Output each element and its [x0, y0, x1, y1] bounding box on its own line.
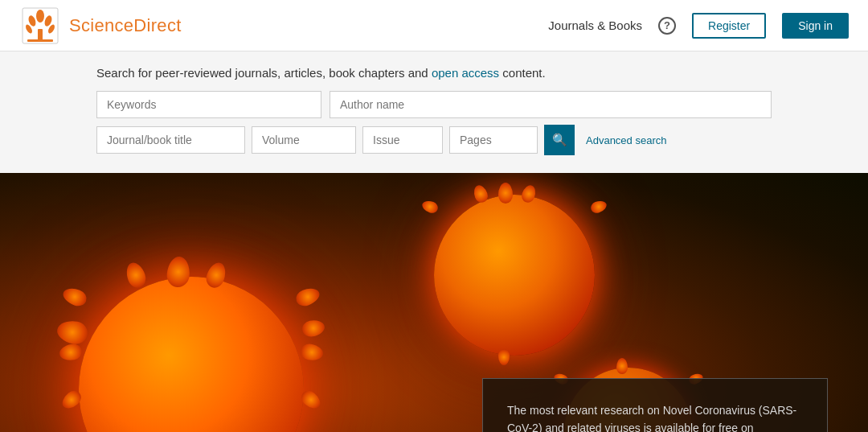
- logo-text: ScienceDirect: [69, 15, 182, 36]
- journal-input[interactable]: [96, 126, 245, 154]
- header-right: Journals & Books ? Register Sign in: [548, 13, 849, 39]
- keywords-input[interactable]: [96, 91, 321, 118]
- volume-input[interactable]: [252, 126, 356, 154]
- description-after-text: content.: [499, 66, 546, 80]
- svg-rect-7: [27, 39, 53, 42]
- page-wrapper: ScienceDirect Journals & Books ? Registe…: [0, 0, 868, 432]
- search-row-1: [96, 91, 772, 118]
- issue-input[interactable]: [362, 126, 443, 154]
- virus-main: [79, 277, 304, 433]
- journals-books-link[interactable]: Journals & Books: [548, 19, 642, 32]
- author-input[interactable]: [330, 91, 772, 118]
- search-description: Search for peer-reviewed journals, artic…: [96, 66, 772, 80]
- search-row-2: 🔍 Advanced search: [96, 125, 772, 155]
- info-text: The most relevant research on Novel Coro…: [507, 401, 803, 432]
- virus-secondary: [434, 195, 595, 356]
- description-before-text: Search for peer-reviewed journals, artic…: [96, 66, 432, 80]
- register-button[interactable]: Register: [692, 13, 766, 39]
- svg-rect-6: [38, 29, 43, 40]
- header: ScienceDirect Journals & Books ? Registe…: [0, 0, 868, 51]
- hero-section: The most relevant research on Novel Coro…: [0, 173, 868, 432]
- signin-button[interactable]: Sign in: [782, 13, 849, 39]
- info-box: The most relevant research on Novel Coro…: [482, 378, 828, 432]
- search-section: Search for peer-reviewed journals, artic…: [0, 51, 868, 173]
- elsevier-logo-icon: [19, 5, 61, 47]
- svg-point-1: [36, 10, 44, 23]
- help-icon[interactable]: ?: [658, 17, 676, 35]
- advanced-search-link[interactable]: Advanced search: [586, 134, 666, 146]
- pages-input[interactable]: [449, 126, 538, 154]
- open-access-link[interactable]: open access: [432, 66, 499, 80]
- search-icon: 🔍: [552, 133, 567, 147]
- logo-area: ScienceDirect: [19, 5, 182, 47]
- search-button[interactable]: 🔍: [544, 125, 575, 155]
